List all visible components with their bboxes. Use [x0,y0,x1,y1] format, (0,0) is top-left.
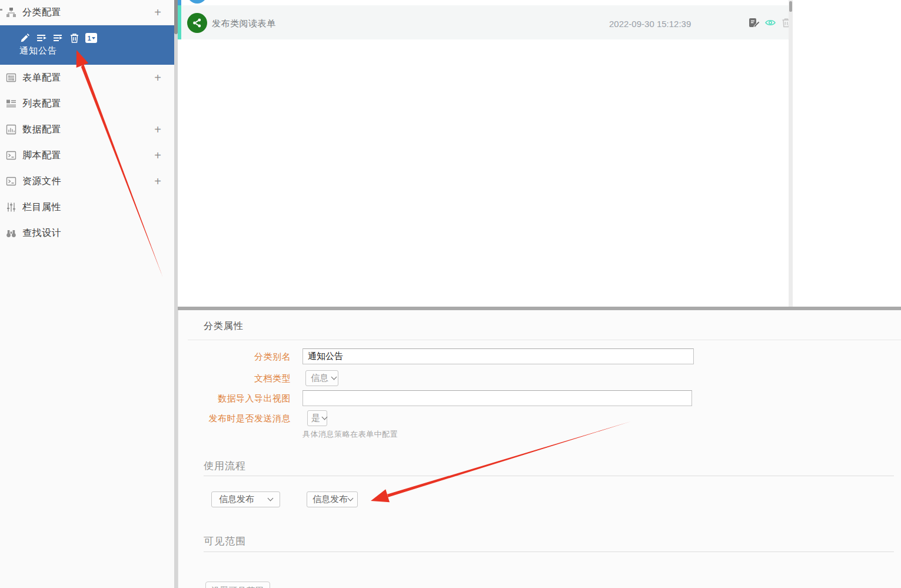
add-child-icon[interactable] [52,32,64,44]
field-label-send-message: 发布时是否发送消息 [178,413,291,424]
workflow-select-1-value: 信息发布 [219,494,254,505]
sitemap-icon [6,7,16,18]
form-list-area: 发布类阅读表单 2022-09-30 15:12:39 [178,0,789,307]
field-row: 数据导入导出视图 [178,390,901,406]
delete-icon[interactable] [780,17,789,28]
field-row: 文档类型 信息 [178,370,901,386]
field-row: 分类别名 [178,348,901,364]
sidebar-item-label: 资源文件 [22,175,61,188]
field-label-import-export-view: 数据导入导出视图 [178,393,291,404]
share-icon [187,0,207,4]
category-properties-panel: 分类属性 分类别名 文档类型 信息 数据导入导出视图 发布时是否发送消息 是 [178,310,901,588]
list-icon [6,98,16,109]
form-icon [6,72,16,83]
sidebar-item-label: 表单配置 [22,72,61,84]
edit-form-icon[interactable] [749,17,760,28]
sidebar-item-column-properties[interactable]: 栏目属性 [0,194,174,220]
numeric-sort-icon[interactable]: 1 [85,33,97,43]
workflow-select-2[interactable]: 信息发布 [307,491,358,507]
panel-title: 分类属性 [204,320,244,333]
alias-input[interactable] [302,348,694,364]
sidebar-item-script-config[interactable]: 脚本配置 + [0,142,174,168]
sort-number: 1 [87,35,91,42]
sidebar-item-data-config[interactable]: 数据配置 + [0,117,174,142]
sidebar-item-label: 栏目属性 [22,201,61,214]
binoculars-icon [6,228,16,238]
list-scrollbar-thumb[interactable] [789,1,792,12]
add-form-button[interactable]: + [154,71,161,85]
sidebar-item-label: 查找设计 [22,227,61,240]
add-script-button[interactable]: + [154,149,161,162]
selected-category-label: 通知公告 [19,45,174,57]
sidebar-item-search-design[interactable]: 查找设计 [0,220,174,246]
add-resource-button[interactable]: + [154,175,161,188]
divider [188,340,901,340]
chevron-down-icon [268,496,274,501]
sidebar-item-resource-files[interactable]: 资源文件 + [0,168,174,194]
divider [204,476,894,476]
add-category-button[interactable]: + [154,6,161,19]
chevron-down-icon [348,496,354,501]
terminal-icon [6,150,16,161]
edit-icon[interactable] [19,32,31,44]
message-policy-note: 具体消息策略在表单中配置 [302,429,398,440]
workflow-select-2-value: 信息发布 [312,494,348,505]
sidebar-item-form-config[interactable]: 表单配置 + [0,65,174,91]
share-icon [187,13,207,33]
add-data-button[interactable]: + [154,123,161,137]
doc-type-value: 信息 [311,373,328,384]
sidebar-item-label: 分类配置 [22,6,61,19]
chevron-down-icon [322,414,328,420]
doc-type-select[interactable]: 信息 [305,370,338,386]
preview-eye-icon[interactable] [764,17,776,28]
sidebar-item-list-config[interactable]: 列表配置 [0,91,174,117]
field-label-doc-type: 文档类型 [178,373,291,384]
section-title-visible-scope: 可见范围 [204,534,246,548]
sidebar-item-label: 脚本配置 [22,150,61,162]
field-row: 发布时是否发送消息 是 [178,410,901,426]
add-sibling-icon[interactable] [36,32,47,44]
app-window: 分类配置 + 1 通知公告 [0,0,901,588]
sliders-icon [6,202,16,212]
send-message-value: 是 [311,413,320,424]
send-message-select[interactable]: 是 [307,410,327,426]
bar-chart-icon [6,124,16,135]
sidebar-selected-item[interactable]: 1 通知公告 [0,25,174,65]
tree-collapse-icon [0,9,2,11]
sidebar: 分类配置 + 1 通知公告 [0,0,174,588]
import-export-view-input[interactable] [302,390,692,406]
sidebar-item-category-config[interactable]: 分类配置 + [0,0,174,25]
sidebar-item-label: 数据配置 [22,124,61,136]
workflow-select-1[interactable]: 信息发布 [211,491,280,507]
field-label-alias: 分类别名 [178,351,291,363]
list-item-title: 发布类阅读表单 [212,18,276,29]
section-title-workflow: 使用流程 [204,459,246,473]
sidebar-item-label: 列表配置 [22,98,61,110]
list-scrollbar[interactable] [789,0,793,307]
list-item-timestamp: 2022-09-30 15:12:39 [609,19,691,29]
set-visible-scope-button[interactable]: 设置可见范围 [205,582,270,588]
row-indicator-blue [178,0,181,5]
chevron-down-icon [331,374,337,380]
divider [204,552,894,552]
list-item[interactable]: 发布类阅读表单 2022-09-30 15:12:39 [178,5,789,39]
row-indicator-teal [178,5,181,39]
delete-icon[interactable] [69,32,80,44]
terminal-icon [6,176,16,187]
